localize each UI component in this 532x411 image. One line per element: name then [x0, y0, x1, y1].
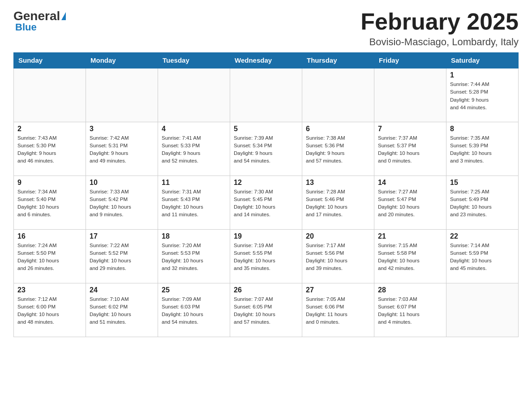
weekday-header-sunday: Sunday	[14, 53, 86, 68]
weekday-header-thursday: Thursday	[302, 53, 374, 68]
calendar-cell: 25Sunrise: 7:09 AM Sunset: 6:03 PM Dayli…	[158, 283, 230, 337]
day-number: 25	[162, 286, 226, 294]
month-title: February 2025	[360, 9, 519, 34]
day-number: 9	[17, 179, 82, 187]
calendar-week-row: 9Sunrise: 7:34 AM Sunset: 5:40 PM Daylig…	[14, 176, 519, 229]
day-number: 2	[17, 125, 82, 133]
calendar-cell: 22Sunrise: 7:14 AM Sunset: 5:59 PM Dayli…	[446, 229, 519, 283]
day-info: Sunrise: 7:33 AM Sunset: 5:42 PM Dayligh…	[90, 188, 154, 219]
title-block: February 2025 Bovisio-Masciago, Lombardy…	[360, 9, 519, 48]
day-info: Sunrise: 7:10 AM Sunset: 6:02 PM Dayligh…	[90, 295, 154, 326]
day-info: Sunrise: 7:09 AM Sunset: 6:03 PM Dayligh…	[162, 295, 226, 326]
calendar-cell: 28Sunrise: 7:03 AM Sunset: 6:07 PM Dayli…	[374, 283, 446, 337]
day-number: 22	[450, 232, 515, 240]
calendar-cell	[374, 68, 446, 122]
calendar-cell: 13Sunrise: 7:28 AM Sunset: 5:46 PM Dayli…	[302, 176, 374, 229]
calendar-cell: 20Sunrise: 7:17 AM Sunset: 5:56 PM Dayli…	[302, 229, 374, 283]
day-number: 15	[450, 179, 515, 187]
calendar-cell: 1Sunrise: 7:44 AM Sunset: 5:28 PM Daylig…	[446, 68, 519, 122]
day-number: 18	[162, 232, 226, 240]
calendar-table: SundayMondayTuesdayWednesdayThursdayFrid…	[13, 52, 519, 337]
day-number: 26	[234, 286, 298, 294]
calendar-cell	[446, 283, 519, 337]
calendar-cell: 2Sunrise: 7:43 AM Sunset: 5:30 PM Daylig…	[14, 122, 86, 176]
day-info: Sunrise: 7:42 AM Sunset: 5:31 PM Dayligh…	[90, 134, 154, 165]
day-info: Sunrise: 7:31 AM Sunset: 5:43 PM Dayligh…	[162, 188, 226, 219]
calendar-cell: 18Sunrise: 7:20 AM Sunset: 5:53 PM Dayli…	[158, 229, 230, 283]
day-info: Sunrise: 7:35 AM Sunset: 5:39 PM Dayligh…	[450, 134, 515, 165]
day-number: 16	[17, 232, 82, 240]
day-info: Sunrise: 7:28 AM Sunset: 5:46 PM Dayligh…	[306, 188, 370, 219]
day-info: Sunrise: 7:14 AM Sunset: 5:59 PM Dayligh…	[450, 242, 515, 273]
day-info: Sunrise: 7:05 AM Sunset: 6:06 PM Dayligh…	[306, 295, 370, 326]
calendar-cell	[14, 68, 86, 122]
calendar-cell: 10Sunrise: 7:33 AM Sunset: 5:42 PM Dayli…	[86, 176, 158, 229]
day-number: 13	[306, 179, 370, 187]
calendar-cell: 16Sunrise: 7:24 AM Sunset: 5:50 PM Dayli…	[14, 229, 86, 283]
calendar-cell	[158, 68, 230, 122]
calendar-cell: 9Sunrise: 7:34 AM Sunset: 5:40 PM Daylig…	[14, 176, 86, 229]
day-info: Sunrise: 7:34 AM Sunset: 5:40 PM Dayligh…	[17, 188, 82, 219]
day-info: Sunrise: 7:20 AM Sunset: 5:53 PM Dayligh…	[162, 242, 226, 273]
day-number: 8	[450, 125, 515, 133]
day-number: 17	[90, 232, 154, 240]
day-number: 23	[17, 286, 82, 294]
weekday-header-friday: Friday	[374, 53, 446, 68]
calendar-cell: 6Sunrise: 7:38 AM Sunset: 5:36 PM Daylig…	[302, 122, 374, 176]
calendar-cell	[230, 68, 302, 122]
day-number: 14	[378, 179, 442, 187]
calendar-cell: 24Sunrise: 7:10 AM Sunset: 6:02 PM Dayli…	[86, 283, 158, 337]
day-info: Sunrise: 7:03 AM Sunset: 6:07 PM Dayligh…	[378, 295, 442, 326]
day-number: 1	[450, 71, 515, 79]
day-info: Sunrise: 7:44 AM Sunset: 5:28 PM Dayligh…	[450, 81, 515, 111]
calendar-cell: 23Sunrise: 7:12 AM Sunset: 6:00 PM Dayli…	[14, 283, 86, 337]
calendar-cell: 4Sunrise: 7:41 AM Sunset: 5:33 PM Daylig…	[158, 122, 230, 176]
day-number: 3	[90, 125, 154, 133]
calendar-cell: 27Sunrise: 7:05 AM Sunset: 6:06 PM Dayli…	[302, 283, 374, 337]
calendar-cell: 11Sunrise: 7:31 AM Sunset: 5:43 PM Dayli…	[158, 176, 230, 229]
day-info: Sunrise: 7:24 AM Sunset: 5:50 PM Dayligh…	[17, 242, 82, 273]
calendar-cell: 26Sunrise: 7:07 AM Sunset: 6:05 PM Dayli…	[230, 283, 302, 337]
calendar-cell: 17Sunrise: 7:22 AM Sunset: 5:52 PM Dayli…	[86, 229, 158, 283]
day-info: Sunrise: 7:30 AM Sunset: 5:45 PM Dayligh…	[234, 188, 298, 219]
day-info: Sunrise: 7:43 AM Sunset: 5:30 PM Dayligh…	[17, 134, 82, 165]
calendar-cell: 3Sunrise: 7:42 AM Sunset: 5:31 PM Daylig…	[86, 122, 158, 176]
day-number: 6	[306, 125, 370, 133]
day-number: 5	[234, 125, 298, 133]
calendar-week-row: 23Sunrise: 7:12 AM Sunset: 6:00 PM Dayli…	[14, 283, 519, 337]
logo-triangle-icon	[61, 12, 66, 20]
weekday-header-monday: Monday	[86, 53, 158, 68]
calendar-cell: 7Sunrise: 7:37 AM Sunset: 5:37 PM Daylig…	[374, 122, 446, 176]
calendar-cell: 5Sunrise: 7:39 AM Sunset: 5:34 PM Daylig…	[230, 122, 302, 176]
day-number: 12	[234, 179, 298, 187]
day-number: 10	[90, 179, 154, 187]
day-number: 11	[162, 179, 226, 187]
calendar-cell: 8Sunrise: 7:35 AM Sunset: 5:39 PM Daylig…	[446, 122, 519, 176]
day-info: Sunrise: 7:27 AM Sunset: 5:47 PM Dayligh…	[378, 188, 442, 219]
day-info: Sunrise: 7:41 AM Sunset: 5:33 PM Dayligh…	[162, 134, 226, 165]
weekday-header-tuesday: Tuesday	[158, 53, 230, 68]
day-number: 4	[162, 125, 226, 133]
day-info: Sunrise: 7:19 AM Sunset: 5:55 PM Dayligh…	[234, 242, 298, 273]
day-info: Sunrise: 7:17 AM Sunset: 5:56 PM Dayligh…	[306, 242, 370, 273]
day-info: Sunrise: 7:38 AM Sunset: 5:36 PM Dayligh…	[306, 134, 370, 165]
location-title: Bovisio-Masciago, Lombardy, Italy	[360, 36, 519, 48]
calendar-cell	[302, 68, 374, 122]
day-info: Sunrise: 7:39 AM Sunset: 5:34 PM Dayligh…	[234, 134, 298, 165]
logo-blue-subtitle: Blue	[15, 21, 37, 33]
day-number: 19	[234, 232, 298, 240]
day-number: 7	[378, 125, 442, 133]
calendar-week-row: 1Sunrise: 7:44 AM Sunset: 5:28 PM Daylig…	[14, 68, 519, 122]
calendar-week-row: 16Sunrise: 7:24 AM Sunset: 5:50 PM Dayli…	[14, 229, 519, 283]
calendar-cell: 19Sunrise: 7:19 AM Sunset: 5:55 PM Dayli…	[230, 229, 302, 283]
day-number: 28	[378, 286, 442, 294]
calendar-week-row: 2Sunrise: 7:43 AM Sunset: 5:30 PM Daylig…	[14, 122, 519, 176]
weekday-header-saturday: Saturday	[446, 53, 519, 68]
day-info: Sunrise: 7:22 AM Sunset: 5:52 PM Dayligh…	[90, 242, 154, 273]
weekday-header-wednesday: Wednesday	[230, 53, 302, 68]
logo: General Blue	[13, 9, 66, 33]
calendar-cell	[86, 68, 158, 122]
day-number: 21	[378, 232, 442, 240]
calendar-cell: 12Sunrise: 7:30 AM Sunset: 5:45 PM Dayli…	[230, 176, 302, 229]
day-number: 24	[90, 286, 154, 294]
